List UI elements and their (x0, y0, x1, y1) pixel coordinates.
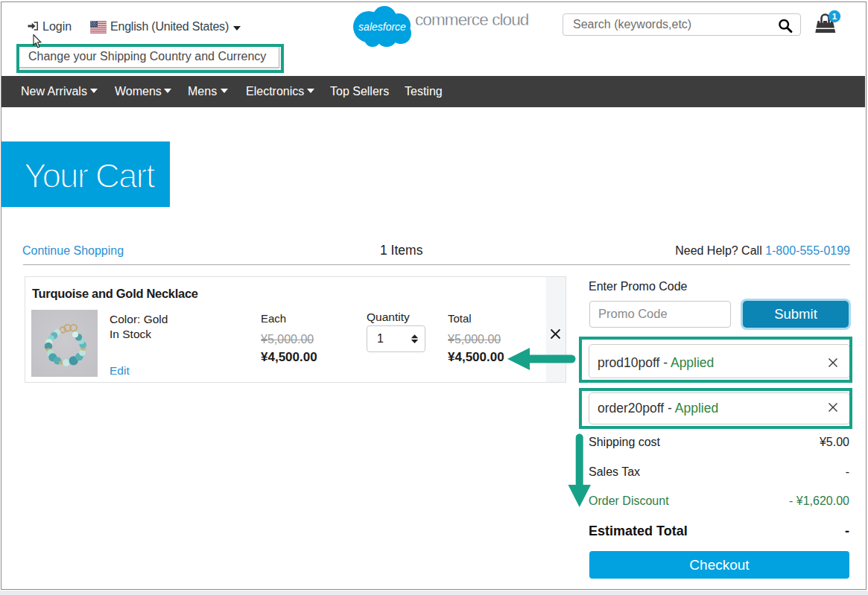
svg-text:1: 1 (832, 12, 837, 21)
svg-text:salesforce: salesforce (358, 21, 406, 33)
